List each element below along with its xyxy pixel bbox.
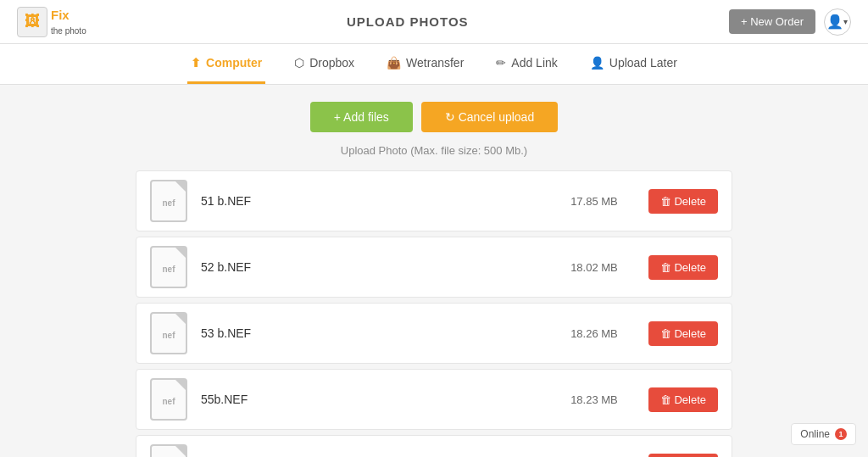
online-badge: Online 1 [791, 423, 856, 445]
tab-dropbox[interactable]: ⬡ Dropbox [291, 44, 358, 84]
file-type-icon: nef [150, 378, 187, 421]
delete-button[interactable]: 🗑 Delete [648, 387, 718, 412]
dropbox-icon: ⬡ [294, 56, 304, 70]
upload-hint: Upload Photo (Max. file size: 500 Mb.) [136, 144, 732, 157]
file-name: 53 b.NEF [201, 326, 520, 340]
file-size: 18.02 MB [533, 261, 618, 274]
table-row: nef 51 b.NEF 17.85 MB 🗑 Delete [136, 170, 732, 231]
file-type-icon: nef [150, 312, 187, 354]
file-size: 18.23 MB [533, 393, 618, 406]
tab-add-link[interactable]: ✏ Add Link [492, 44, 560, 84]
cancel-upload-button[interactable]: ↻ Cancel upload [421, 102, 558, 132]
upload-later-icon: 👤 [590, 56, 604, 70]
header-actions: + New Order 👤▾ [729, 8, 851, 36]
main-content: + Add files ↻ Cancel upload Upload Photo… [0, 85, 868, 457]
file-type-icon: nef [150, 246, 187, 288]
table-row: nef 57 b.NEF 18.37 MB 🗑 Delete [136, 435, 732, 457]
file-list: nef 51 b.NEF 17.85 MB 🗑 Delete nef 52 b.… [136, 170, 732, 457]
action-buttons: + Add files ↻ Cancel upload [136, 102, 732, 132]
file-size: 17.85 MB [533, 195, 618, 208]
delete-button[interactable]: 🗑 Delete [648, 189, 718, 214]
tab-upload-later[interactable]: 👤 Upload Later [587, 44, 681, 84]
wetransfer-icon: 👜 [387, 56, 401, 70]
online-count: 1 [835, 428, 847, 440]
logo: 🖼 Fix the photo [17, 7, 86, 37]
link-icon: ✏ [496, 56, 506, 70]
add-files-button[interactable]: + Add files [310, 102, 413, 132]
user-avatar[interactable]: 👤▾ [824, 8, 851, 36]
table-row: nef 52 b.NEF 18.02 MB 🗑 Delete [136, 237, 732, 298]
page-title: UPLOAD PHOTOS [347, 14, 469, 29]
file-name: 51 b.NEF [201, 194, 520, 208]
new-order-button[interactable]: + New Order [729, 9, 815, 34]
table-row: nef 53 b.NEF 18.26 MB 🗑 Delete [136, 303, 732, 364]
header: 🖼 Fix the photo UPLOAD PHOTOS + New Orde… [0, 0, 868, 44]
tabs-bar: ⬆ Computer ⬡ Dropbox 👜 Wetransfer ✏ Add … [0, 44, 868, 85]
file-name: 52 b.NEF [201, 260, 520, 274]
file-type-icon: nef [150, 444, 187, 457]
computer-icon: ⬆ [191, 56, 201, 70]
logo-icon: 🖼 [17, 7, 47, 37]
delete-button[interactable]: 🗑 Delete [648, 454, 718, 458]
tab-computer[interactable]: ⬆ Computer [187, 44, 265, 84]
delete-button[interactable]: 🗑 Delete [648, 321, 718, 346]
file-size: 18.26 MB [533, 327, 618, 340]
logo-text: Fix the photo [51, 8, 86, 36]
table-row: nef 55b.NEF 18.23 MB 🗑 Delete [136, 369, 732, 430]
file-name: 55b.NEF [201, 393, 520, 406]
file-type-icon: nef [150, 180, 187, 222]
delete-button[interactable]: 🗑 Delete [648, 255, 718, 280]
online-label: Online [800, 428, 830, 440]
tab-wetransfer[interactable]: 👜 Wetransfer [383, 44, 467, 84]
